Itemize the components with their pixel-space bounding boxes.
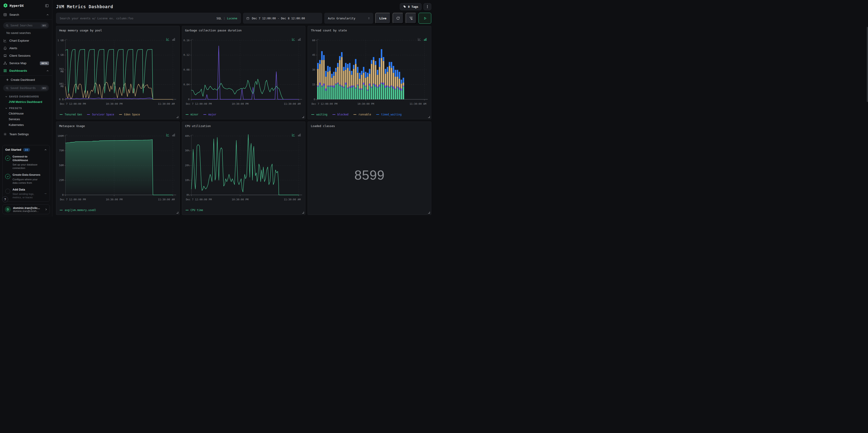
legend-swatch bbox=[203, 114, 206, 115]
refresh-button[interactable] bbox=[393, 13, 403, 24]
svg-text:MB: MB bbox=[61, 85, 64, 88]
sidebar-item-service-map[interactable]: Service Map BETA bbox=[0, 59, 52, 67]
chart-title: Garbage collection pause duration bbox=[185, 29, 302, 32]
legend-label: major bbox=[208, 113, 216, 116]
sidebar-item-label: Team Settings bbox=[9, 132, 29, 136]
legend-item[interactable]: waiting bbox=[311, 113, 327, 116]
bar-chart-icon[interactable] bbox=[298, 133, 301, 136]
sidebar-item-chart-explorer[interactable]: Chart Explorer bbox=[0, 37, 52, 44]
legend-label: blocked bbox=[337, 113, 348, 116]
bar-chart-icon[interactable] bbox=[172, 37, 175, 41]
sidebar-item-dashboards[interactable]: Dashboards bbox=[0, 67, 52, 74]
chart-legend: CPU time bbox=[186, 209, 203, 212]
time-range-picker[interactable]: Dec 7 12:00:00 - Dec 8 12:00:00 bbox=[243, 13, 322, 24]
sidebar-collapse-icon[interactable] bbox=[45, 4, 49, 8]
filter-edit-button[interactable] bbox=[406, 13, 416, 24]
svg-text:11:30:00 AM: 11:30:00 AM bbox=[284, 102, 301, 105]
bar-chart-icon[interactable] bbox=[172, 133, 175, 136]
chart-explorer-icon bbox=[3, 39, 7, 42]
preset-link-clickhouse[interactable]: ClickHouse bbox=[0, 111, 52, 116]
svg-text:45: 45 bbox=[312, 54, 315, 57]
svg-text:Dec 7 12:00:00 PM: Dec 7 12:00:00 PM bbox=[186, 198, 212, 201]
legend-item[interactable]: Survivor Space bbox=[87, 113, 114, 116]
chevron-right-icon bbox=[44, 208, 48, 211]
legend-label: avg(jvm.memory.used) bbox=[65, 209, 96, 212]
get-started-card: Get Started 2/3 Connect to ClickHouse Se… bbox=[2, 145, 50, 202]
preset-link-services[interactable]: Services bbox=[0, 116, 52, 122]
live-button[interactable]: Live bbox=[375, 13, 391, 24]
mode-lucene[interactable]: Lucene bbox=[227, 17, 237, 20]
chevron-up-icon[interactable] bbox=[44, 148, 47, 151]
chevron-up-icon[interactable] bbox=[46, 13, 49, 16]
chevron-down-icon bbox=[5, 95, 7, 98]
empty-circle-icon bbox=[5, 189, 10, 194]
granularity-select[interactable]: Auto Granularity bbox=[324, 13, 373, 24]
legend-item[interactable]: CPU time bbox=[186, 209, 203, 212]
svg-text:10:30:00 PM: 10:30:00 PM bbox=[358, 102, 374, 105]
sidebar-item-search[interactable]: Search bbox=[0, 11, 52, 19]
chart-canvas: 100M75M50M25M0Dec 7 12:00:00 PM10:30:00 … bbox=[58, 134, 178, 207]
legend-item[interactable]: runnable bbox=[353, 113, 371, 116]
legend-label: Eden Space bbox=[124, 113, 140, 116]
legend-label: Survivor Space bbox=[92, 113, 114, 116]
dashboard-link-jvm[interactable]: JVM Metrics Dashboard bbox=[0, 99, 52, 105]
task-connect-clickhouse[interactable]: Connect to ClickHouse Set up your databa… bbox=[5, 155, 47, 170]
logo-text: HyperDX bbox=[9, 4, 43, 7]
task-title: Add Data bbox=[12, 188, 41, 192]
search-icon bbox=[6, 24, 9, 27]
legend-item[interactable]: minor bbox=[186, 113, 198, 116]
chart-canvas: 604530150Dec 7 12:00:00 PM10:30:00 PM11:… bbox=[309, 38, 429, 111]
legend-item[interactable]: Tenured Gen bbox=[60, 113, 82, 116]
search-input[interactable]: Search your events w/ Lucene ex. column:… bbox=[56, 13, 241, 24]
task-desc: Set up your database connection bbox=[12, 163, 42, 170]
bar-chart-icon[interactable] bbox=[298, 37, 301, 41]
chevron-up-icon[interactable] bbox=[46, 69, 49, 72]
sidebar-item-label: Alerts bbox=[9, 47, 17, 50]
svg-text:0.16: 0.16 bbox=[184, 39, 189, 42]
sidebar-item-alerts[interactable]: Alerts bbox=[0, 44, 52, 52]
app-root: HyperDX Search Saved Searches ⌘K No save… bbox=[0, 0, 434, 216]
legend-item[interactable]: Eden Space bbox=[119, 113, 140, 116]
legend-item[interactable]: blocked bbox=[333, 113, 348, 116]
mode-sql[interactable]: SQL bbox=[217, 17, 222, 20]
legend-swatch bbox=[311, 114, 314, 115]
svg-text:15: 15 bbox=[312, 83, 315, 86]
legend-item[interactable]: major bbox=[203, 113, 216, 116]
tags-button[interactable]: 0 Tags bbox=[400, 3, 422, 10]
check-circle-icon bbox=[5, 156, 10, 161]
sidebar-item-client-sessions[interactable]: Client Sessions bbox=[0, 52, 52, 59]
more-menu-button[interactable] bbox=[424, 3, 431, 10]
svg-text:10:30:00 PM: 10:30:00 PM bbox=[231, 102, 248, 105]
line-chart-icon[interactable] bbox=[292, 37, 295, 41]
line-chart-icon[interactable] bbox=[166, 133, 169, 136]
line-chart-icon[interactable] bbox=[292, 133, 295, 136]
saved-dashboards-section[interactable]: SAVED DASHBOARDS bbox=[0, 93, 52, 99]
task-title: Create Data Sources bbox=[12, 173, 41, 177]
legend-item[interactable]: avg(jvm.memory.used) bbox=[60, 209, 96, 212]
chart-panel-cpu[interactable]: CPU utilization 40%30%20%10%0%Dec 7 12:0… bbox=[182, 122, 306, 215]
create-dashboard-button[interactable]: Create Dashboard bbox=[0, 76, 52, 83]
chart-panel-thread-count[interactable]: Thread count by state 604530150Dec 7 12:… bbox=[308, 26, 431, 119]
divider bbox=[0, 19, 52, 20]
legend-item[interactable]: timed_waiting bbox=[376, 113, 402, 116]
help-button[interactable]: ? bbox=[2, 196, 8, 203]
line-chart-icon[interactable] bbox=[166, 37, 169, 41]
chart-panel-gc-pause[interactable]: Garbage collection pause duration 0.160.… bbox=[182, 26, 306, 119]
bar-chart-icon[interactable] bbox=[424, 37, 427, 41]
chart-title: Thread count by state bbox=[311, 29, 428, 32]
saved-dashboards-input[interactable]: Saved Dashboards ⌘K bbox=[3, 85, 49, 91]
line-chart-icon[interactable] bbox=[417, 37, 421, 41]
sidebar-item-team-settings[interactable]: Team Settings bbox=[0, 130, 52, 138]
task-add-data[interactable]: Add Data Start sending logs, metrics, or… bbox=[5, 188, 47, 199]
chart-panel-metaspace[interactable]: Metaspace Usage 100M75M50M25M0Dec 7 12:0… bbox=[56, 122, 180, 215]
user-menu[interactable]: D dominic.tran@clic... dominic.tran@clic… bbox=[2, 205, 50, 214]
task-create-data-sources[interactable]: Create Data Sources Configure where your… bbox=[5, 173, 47, 185]
search-icon bbox=[6, 87, 9, 90]
saved-searches-input[interactable]: Saved Searches ⌘K bbox=[3, 22, 49, 29]
run-query-button[interactable] bbox=[418, 13, 431, 24]
section-label-text: SAVED DASHBOARDS bbox=[9, 95, 39, 98]
preset-link-kubernetes[interactable]: Kubernetes bbox=[0, 122, 52, 128]
chart-panel-loaded-classes[interactable]: Loaded classes 8599 bbox=[308, 122, 431, 215]
presets-section[interactable]: PRESETS bbox=[0, 105, 52, 111]
chart-panel-heap-memory[interactable]: Heap memory usage by pool 1 GB1 GB763MB3… bbox=[56, 26, 180, 119]
